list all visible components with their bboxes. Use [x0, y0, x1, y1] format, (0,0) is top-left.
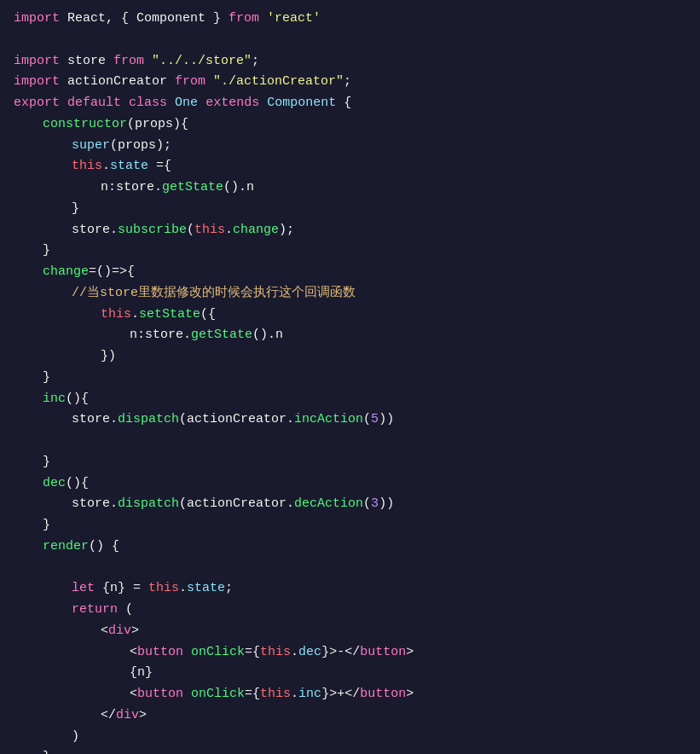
code-token — [259, 9, 267, 30]
code-token: store — [72, 220, 110, 241]
code-token: 3 — [371, 494, 379, 515]
code-token: } — [43, 241, 50, 262]
code-token: dispatch — [118, 494, 179, 515]
code-token: div — [116, 705, 139, 727]
code-token: ) — [72, 727, 79, 748]
code-token: "../../store" — [152, 51, 252, 72]
code-token: . — [110, 220, 118, 241]
code-line: import React, { Component } from 'react' — [0, 9, 700, 30]
code-token: . — [154, 177, 162, 199]
code-token: from — [229, 9, 259, 30]
code-token: {n} — [130, 663, 153, 684]
code-line: }) — [0, 346, 700, 368]
code-token: render — [43, 536, 89, 558]
code-line: n:store.getState().n — [0, 325, 700, 346]
code-token: store — [72, 409, 110, 431]
code-token: : — [137, 325, 145, 346]
code-token: . — [183, 325, 191, 346]
code-token — [259, 93, 267, 114]
code-token: import — [14, 72, 60, 93]
code-line: return ( — [0, 600, 700, 621]
code-line: constructor(props){ — [0, 114, 700, 136]
code-token: incAction — [294, 409, 363, 431]
code-token: dec — [298, 642, 321, 664]
code-token: . — [131, 304, 139, 326]
code-token: </ — [101, 705, 116, 727]
code-token: this — [101, 304, 131, 326]
code-token: =()=>{ — [89, 262, 135, 283]
code-token: > — [406, 642, 414, 664]
code-token: this — [194, 220, 225, 241]
code-token: . — [291, 684, 298, 705]
code-token: ({ — [200, 304, 216, 326]
code-token: n — [275, 325, 283, 346]
code-line — [0, 30, 700, 51]
code-token: ); — [279, 220, 294, 241]
code-token: onClick — [191, 642, 245, 664]
code-line: store.dispatch(actionCreator.decAction(3… — [0, 494, 700, 515]
code-token: }) — [101, 346, 116, 368]
code-token: default — [67, 93, 121, 114]
code-token: React, { Component } — [60, 9, 229, 30]
code-token: div — [108, 621, 131, 642]
code-token: subscribe — [118, 220, 187, 241]
code-token — [198, 93, 205, 114]
code-token: ( — [363, 409, 371, 431]
code-token: state — [110, 156, 148, 177]
code-token: super — [72, 136, 110, 157]
code-token: < — [130, 642, 137, 664]
code-token: }>+</ — [321, 684, 360, 705]
code-token: : — [108, 177, 116, 199]
code-token: extends — [205, 93, 259, 114]
code-line — [0, 431, 700, 452]
code-token: )) — [379, 494, 394, 515]
code-token: state — [187, 578, 225, 600]
code-token: //当store里数据修改的时候会执行这个回调函数 — [72, 283, 356, 304]
code-line: super(props); — [0, 136, 700, 157]
code-token — [121, 93, 129, 114]
code-token — [144, 51, 152, 72]
code-token: from — [175, 72, 205, 93]
code-line: } — [0, 452, 700, 473]
code-line: //当store里数据修改的时候会执行这个回调函数 — [0, 283, 700, 304]
code-token: > — [139, 705, 147, 727]
code-line: export default class One extends Compone… — [0, 93, 700, 114]
code-token: dispatch — [118, 409, 179, 431]
code-line: store.dispatch(actionCreator.incAction(5… — [0, 409, 700, 431]
code-token: (){ — [66, 389, 89, 410]
code-token: > — [406, 684, 414, 705]
code-token: . — [110, 494, 118, 515]
code-token: getState — [191, 325, 252, 346]
code-token: actionCreator — [60, 72, 175, 93]
code-token: 5 — [371, 409, 379, 431]
code-line: } — [0, 241, 700, 262]
code-token: ={ — [245, 642, 260, 664]
code-token: (props); — [110, 136, 171, 157]
code-token: }>-</ — [321, 642, 360, 664]
code-line: <button onClick={this.dec}>-</button> — [0, 642, 700, 664]
code-token: } — [43, 452, 50, 473]
code-token: ( — [187, 220, 194, 241]
code-token: store — [116, 177, 154, 199]
code-token: import — [14, 51, 60, 72]
code-line: let {n} = this.state; — [0, 578, 700, 600]
code-line: dec(){ — [0, 473, 700, 495]
code-token: . — [179, 578, 187, 600]
code-token: this — [148, 578, 179, 600]
code-token: n — [101, 177, 108, 199]
code-token: change — [43, 262, 89, 283]
code-token: (actionCreator. — [179, 409, 294, 431]
code-token: store — [72, 494, 110, 515]
code-token: ={ — [148, 156, 171, 177]
code-line: import actionCreator from "./actionCreat… — [0, 72, 700, 93]
code-line: this.setState({ — [0, 304, 700, 326]
code-token — [183, 684, 191, 705]
code-token: . — [291, 642, 298, 664]
code-token — [60, 93, 67, 114]
code-token: Component — [267, 93, 336, 114]
code-token: store — [145, 325, 183, 346]
code-token: button — [137, 642, 183, 664]
code-line: <div> — [0, 621, 700, 642]
code-token: () { — [89, 536, 119, 558]
code-line: <button onClick={this.inc}>+</button> — [0, 684, 700, 705]
